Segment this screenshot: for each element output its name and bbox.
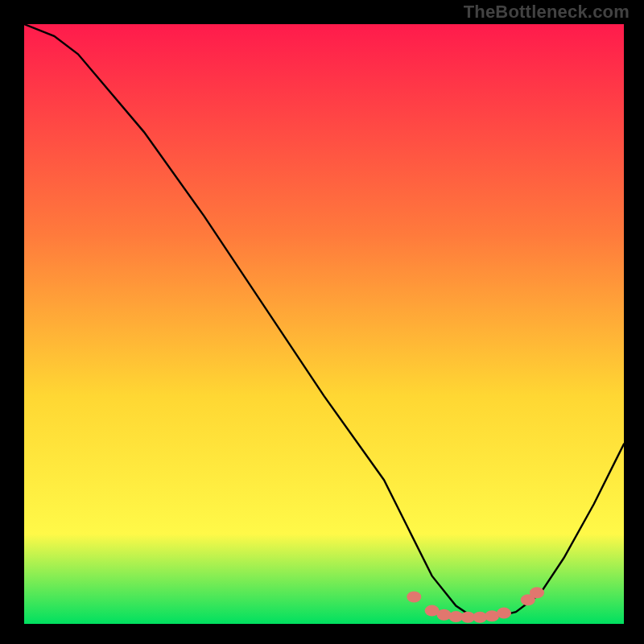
- marker-dot: [437, 609, 452, 621]
- marker-dot: [407, 592, 421, 603]
- chart-svg: [24, 24, 624, 624]
- bottleneck-chart: [24, 24, 624, 624]
- chart-frame: TheBottleneck.com: [0, 0, 644, 644]
- heatmap-background: [24, 24, 624, 624]
- marker-dot: [530, 587, 544, 598]
- marker-dot: [497, 608, 511, 619]
- watermark-text: TheBottleneck.com: [464, 2, 630, 23]
